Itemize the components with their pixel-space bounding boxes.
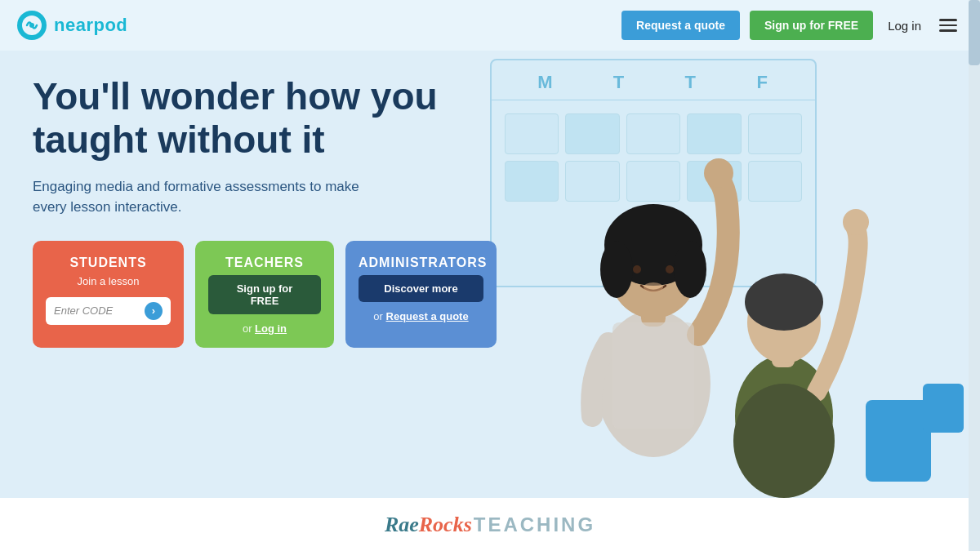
students-card-subtitle: Join a lesson <box>46 275 171 287</box>
hero-headline: You'll wonder how you taught without it <box>33 75 441 162</box>
code-input-placeholder: Enter CODE <box>54 304 140 317</box>
cal-day-m: M <box>537 72 554 93</box>
cards-row: STUDENTS Join a lesson Enter CODE › TEAC… <box>33 241 441 348</box>
svg-point-19 <box>733 384 835 498</box>
request-quote-button[interactable]: Request a quote <box>621 11 740 40</box>
admins-discover-button[interactable]: Discover more <box>359 275 483 302</box>
svg-point-11 <box>666 265 674 273</box>
cal-day-t2: T <box>685 72 697 93</box>
hero-right: M T T F <box>474 51 980 498</box>
svg-point-17 <box>745 273 823 331</box>
hamburger-line-2 <box>939 24 957 27</box>
code-input-row[interactable]: Enter CODE › <box>46 297 171 325</box>
hero-subtext: Engaging media and formative assessments… <box>33 176 392 218</box>
admins-or-text: or Request a quote <box>359 310 483 322</box>
student-boy-photo <box>719 188 882 498</box>
footer-rae-text: Rae <box>385 513 419 537</box>
hero-left: You'll wonder how you taught without it … <box>0 51 474 498</box>
footer-rocks-text: Rocks <box>419 513 472 537</box>
scrollbar[interactable] <box>969 0 980 551</box>
svg-point-12 <box>644 282 663 292</box>
svg-rect-13 <box>612 322 694 429</box>
signup-free-button[interactable]: Sign up for FREE <box>750 11 873 40</box>
admins-card-title: ADMINISTRATORS <box>359 256 483 270</box>
teachers-card: TEACHERS Sign up for FREE or Log in <box>195 241 334 348</box>
footer-brand: Rae Rocks TEACHING <box>0 498 980 551</box>
cal-day-f: F <box>756 72 768 93</box>
footer-teaching-text: TEACHING <box>474 513 595 536</box>
hamburger-menu[interactable] <box>936 16 960 35</box>
svg-point-18 <box>843 209 869 235</box>
calendar-header: M T T F <box>492 60 815 100</box>
code-submit-arrow[interactable]: › <box>145 302 163 320</box>
svg-point-7 <box>600 241 633 298</box>
svg-point-8 <box>674 241 706 298</box>
admins-card: ADMINISTRATORS Discover more or Request … <box>345 241 497 348</box>
svg-point-9 <box>704 158 733 188</box>
svg-point-2 <box>29 23 34 28</box>
hero-section: You'll wonder how you taught without it … <box>0 51 980 498</box>
nav-right: Request a quote Sign up for FREE Log in <box>621 11 960 40</box>
login-button[interactable]: Log in <box>883 12 926 39</box>
cal-day-t1: T <box>613 72 626 93</box>
hamburger-line-1 <box>939 19 957 21</box>
hamburger-line-3 <box>939 29 957 32</box>
teachers-signup-button[interactable]: Sign up for FREE <box>208 275 321 314</box>
students-card: STUDENTS Join a lesson Enter CODE › <box>33 241 184 348</box>
teachers-or-text: or Log in <box>208 322 321 335</box>
scrollbar-thumb[interactable] <box>969 0 980 65</box>
blue-accent-block-2 <box>923 384 964 433</box>
students-card-title: STUDENTS <box>46 256 171 270</box>
brand-name: nearpod <box>54 15 127 36</box>
logo-area[interactable]: nearpod <box>16 10 127 41</box>
navbar: nearpod Request a quote Sign up for FREE… <box>0 0 980 51</box>
teachers-card-title: TEACHERS <box>208 256 321 270</box>
teachers-login-link[interactable]: Log in <box>255 322 287 335</box>
admins-quote-link[interactable]: Request a quote <box>386 310 469 322</box>
nearpod-logo-icon <box>16 10 47 41</box>
svg-point-10 <box>633 265 641 273</box>
